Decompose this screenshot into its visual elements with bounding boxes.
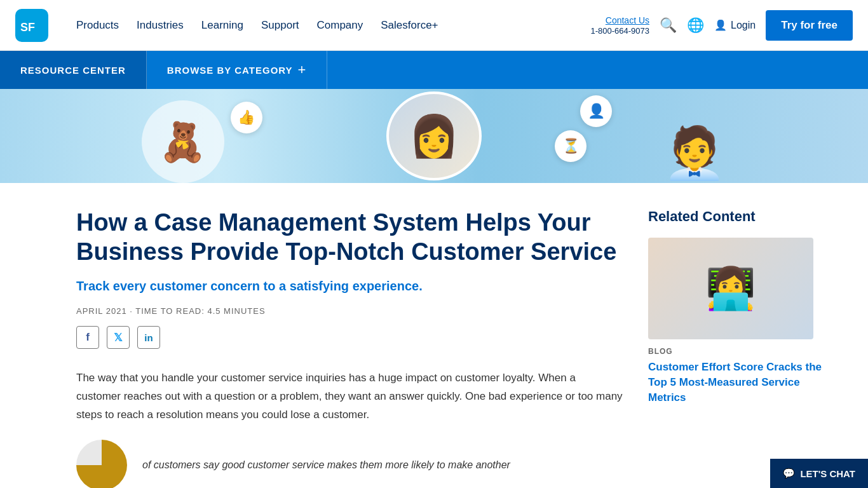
related-image-1: 👩‍💻 [648,238,813,339]
main-content: How a Case Management System Helps Your … [0,183,868,488]
globe-icon: 🌐 [687,17,704,34]
search-icon: 🔍 [660,17,677,34]
stat-text: of customers say good customer service m… [142,459,510,471]
header-right: Contact Us 1-800-664-9073 🔍 🌐 👤 Login Tr… [591,10,853,41]
hero-right-person: 🧑‍💼 [663,123,726,183]
svg-text:SF: SF [20,21,35,34]
subnav-resource-center[interactable]: RESOURCE CENTER [0,51,147,89]
main-nav: Products Industries Learning Support Com… [69,14,446,37]
related-category-1: BLOG [648,347,826,356]
contact-link[interactable]: Contact Us [591,15,650,25]
facebook-share-button[interactable]: f [76,326,99,349]
chat-button[interactable]: 💬 LET'S CHAT [770,459,868,488]
article-subtitle: Track every customer concern to a satisf… [76,279,623,294]
chat-icon: 💬 [783,468,795,479]
salesforce-logo-icon: SF [15,9,48,42]
nav-item-industries[interactable]: Industries [129,14,191,37]
nav-item-company[interactable]: Company [309,14,371,37]
thumbs-up-circle: 👍 [231,102,262,133]
user-icon: 👤 [714,19,727,31]
related-link-1[interactable]: Customer Effort Score Cracks the Top 5 M… [648,360,826,405]
article-meta: APRIL 2021 · TIME TO READ: 4.5 MINUTES [76,306,623,316]
hero-banner: 🧸 👍 👩 👤 ⏳ 🧑‍💼 [0,89,868,183]
phone-number: 1-800-664-9073 [591,26,650,36]
hero-person-circle: 👤 [580,95,612,127]
subnav-resource-label: RESOURCE CENTER [20,65,126,76]
login-label: Login [731,20,756,31]
article-title: How a Case Management System Helps Your … [76,208,623,266]
nav-item-learning[interactable]: Learning [194,14,251,37]
sidebar: Related Content 👩‍💻 BLOG Customer Effort… [648,208,826,488]
logo[interactable]: SF [15,9,48,42]
twitter-share-button[interactable]: 𝕏 [107,326,130,349]
stat-row: of customers say good customer service m… [76,440,623,488]
nav-item-salesforce-plus[interactable]: Salesforce+ [373,14,445,37]
search-button[interactable]: 🔍 [660,17,677,34]
hero-hourglass-circle: ⏳ [555,130,587,162]
subnav-browse[interactable]: BROWSE BY CATEGORY + [147,51,328,89]
browse-plus-icon: + [298,62,307,78]
linkedin-icon: in [144,332,153,343]
subnav-browse-label: BROWSE BY CATEGORY [167,65,293,76]
related-content-title: Related Content [648,208,826,225]
login-button[interactable]: 👤 Login [714,19,756,31]
chat-label: LET'S CHAT [800,468,855,479]
twitter-icon: 𝕏 [114,331,123,344]
try-free-button[interactable]: Try for free [766,10,853,41]
linkedin-share-button[interactable]: in [137,326,160,349]
hero-center: 👩 [386,89,482,183]
nav-item-support[interactable]: Support [254,14,307,37]
social-share: f 𝕏 in [76,326,623,349]
facebook-icon: f [86,331,90,344]
related-item-1: 👩‍💻 BLOG Customer Effort Score Cracks th… [648,238,826,405]
article: How a Case Management System Helps Your … [76,208,623,488]
nav-item-products[interactable]: Products [69,14,126,37]
subnav: RESOURCE CENTER BROWSE BY CATEGORY + [0,51,868,89]
stat-chart [76,440,127,488]
globe-button[interactable]: 🌐 [687,17,704,34]
article-body: The way that you handle your customer se… [76,369,623,424]
mascot-circle: 🧸 [142,100,224,183]
hero-center-circle: 👩 [386,92,482,180]
site-header: SF Products Industries Learning Support … [0,0,868,51]
contact-block: Contact Us 1-800-664-9073 [591,15,650,36]
